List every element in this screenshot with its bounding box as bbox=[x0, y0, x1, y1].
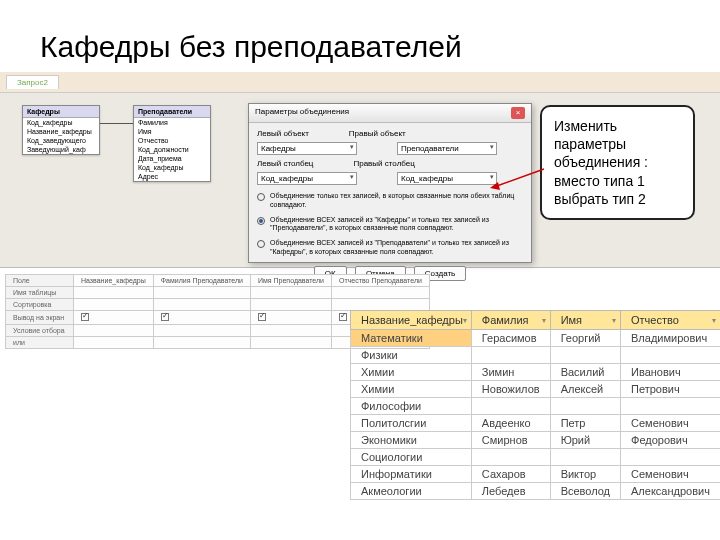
table-row[interactable]: Социологии bbox=[351, 449, 721, 466]
table-row[interactable]: ХимииНовожиловАлексейПетрович bbox=[351, 381, 721, 398]
close-icon[interactable]: × bbox=[511, 107, 525, 119]
arrow-icon bbox=[488, 165, 548, 195]
checkbox-icon[interactable] bbox=[339, 313, 347, 321]
table-row[interactable]: Физики bbox=[351, 347, 721, 364]
right-object-label: Правый объект bbox=[349, 129, 406, 138]
radio-icon bbox=[257, 217, 265, 225]
column-header[interactable]: Отчество bbox=[621, 311, 720, 330]
table-row[interactable]: МатематикиГерасимовГеоргийВладимирович bbox=[351, 330, 721, 347]
query-tab[interactable]: Запрос2 bbox=[6, 75, 59, 89]
result-datasheet[interactable]: Название_кафедры Фамилия Имя Отчество Ма… bbox=[350, 310, 720, 500]
table-row[interactable]: Философии bbox=[351, 398, 721, 415]
callout-annotation: Изменить параметры объединения : вместо … bbox=[540, 105, 695, 220]
table-header: Преподаватели bbox=[134, 106, 210, 118]
table-box-prepodavateli[interactable]: Преподаватели Фамилия Имя Отчество Код_д… bbox=[133, 105, 211, 182]
right-column-label: Правый столбец bbox=[353, 159, 414, 168]
query-tab-strip: Запрос2 bbox=[0, 72, 720, 93]
table-row[interactable]: АкмеологииЛебедевВсеволодАлександрович bbox=[351, 483, 721, 500]
page-title: Кафедры без преподавателей bbox=[0, 0, 720, 72]
table-row[interactable]: ХимииЗиминВасилийИванович bbox=[351, 364, 721, 381]
left-object-label: Левый объект bbox=[257, 129, 309, 138]
svg-marker-1 bbox=[490, 182, 500, 190]
join-option-2[interactable]: Объединение ВСЕХ записей из "Кафедры" и … bbox=[257, 213, 523, 237]
column-header[interactable]: Фамилия bbox=[471, 311, 550, 330]
right-column-combo[interactable]: Код_кафедры bbox=[397, 172, 497, 185]
radio-icon bbox=[257, 240, 265, 248]
left-column-combo[interactable]: Код_кафедры bbox=[257, 172, 357, 185]
left-table-combo[interactable]: Кафедры bbox=[257, 142, 357, 155]
join-line[interactable] bbox=[100, 123, 133, 124]
table-box-kafedry[interactable]: Кафедры Код_кафедры Название_кафедры Код… bbox=[22, 105, 100, 155]
table-row[interactable]: ПолитолсгииАвдеенкоПетрСеменович bbox=[351, 415, 721, 432]
column-header[interactable]: Название_кафедры bbox=[351, 311, 472, 330]
dialog-titlebar[interactable]: Параметры объединения × bbox=[249, 104, 531, 123]
checkbox-icon[interactable] bbox=[258, 313, 266, 321]
dialog-title-text: Параметры объединения bbox=[255, 107, 349, 119]
right-table-combo[interactable]: Преподаватели bbox=[397, 142, 497, 155]
join-option-1[interactable]: Объединение только тех записей, в которы… bbox=[257, 189, 523, 213]
checkbox-icon[interactable] bbox=[81, 313, 89, 321]
svg-line-0 bbox=[494, 169, 544, 187]
table-header: Кафедры bbox=[23, 106, 99, 118]
checkbox-icon[interactable] bbox=[161, 313, 169, 321]
table-row[interactable]: ИнформатикиСахаровВикторСеменович bbox=[351, 466, 721, 483]
column-header[interactable]: Имя bbox=[550, 311, 620, 330]
join-option-3[interactable]: Объединение ВСЕХ записей из "Преподавате… bbox=[257, 236, 523, 260]
query-designer: Кафедры Код_кафедры Название_кафедры Код… bbox=[0, 93, 720, 268]
left-column-label: Левый столбец bbox=[257, 159, 313, 168]
radio-icon bbox=[257, 193, 265, 201]
table-row[interactable]: ЭкономикиСмирновЮрийФедорович bbox=[351, 432, 721, 449]
